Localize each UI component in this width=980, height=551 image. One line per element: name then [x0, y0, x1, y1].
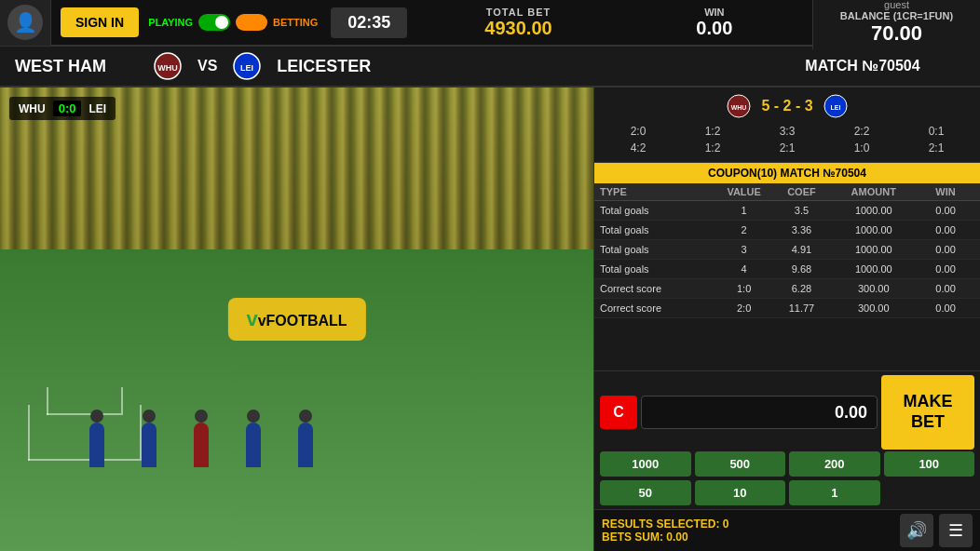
menu-button[interactable]: ☰: [939, 514, 973, 547]
balance-value: 70.00: [828, 21, 965, 46]
table-row: Total goals 3 4.91 1000.00 0.00: [594, 240, 980, 260]
video-feed: WHU 0:0 LEI vvFOOTBALL: [0, 87, 593, 551]
bet-controls: C MAKEBET 1000 500 200 100 50 10 1 RESUL…: [594, 370, 980, 551]
footer-icons: 🔊 ☰: [900, 514, 973, 547]
col-type: TYPE: [600, 186, 715, 197]
win-label: WIN: [617, 7, 812, 18]
col-amount: AMOUNT: [830, 186, 917, 197]
coupon-table-header: TYPE VALUE COEF AMOUNT WIN: [594, 183, 980, 201]
home-team-badge: WHU: [153, 51, 183, 81]
score-cell-0-0: 2:0: [602, 123, 674, 140]
avatar-button[interactable]: 👤: [0, 0, 51, 46]
results-row: RESULTS SELECTED: 0 BETS SUM: 0.00 🔊 ☰: [594, 509, 980, 551]
match-timer: 02:35: [331, 7, 407, 38]
score-header-row: WHU 5 - 2 - 3 LEI: [602, 93, 973, 119]
quick-bets-row1: 1000 500 200 100: [594, 451, 980, 480]
table-row: Correct score 1:0 6.28 300.00 0.00: [594, 279, 980, 299]
coupon-header: COUPON(10) MATCH №70504: [594, 163, 980, 183]
quick-bet-10[interactable]: 10: [695, 480, 786, 505]
make-bet-button[interactable]: MAKEBET: [881, 375, 974, 450]
score-cell-1-0: 4:2: [602, 140, 674, 156]
vfootball-logo: vvFOOTBALL: [227, 298, 365, 341]
col-win: WIN: [917, 186, 974, 197]
bets-sum: BETS SUM: 0.00: [602, 531, 728, 544]
quick-bet-1000[interactable]: 1000: [600, 451, 691, 477]
score-cell-1-2: 2:1: [751, 140, 823, 156]
away-team-badge: LEI: [232, 51, 262, 81]
quick-bet-200[interactable]: 200: [789, 451, 880, 477]
score-cell-0-1: 1:2: [676, 123, 749, 140]
playing-toggle[interactable]: [198, 14, 230, 31]
table-row: Correct score 2:0 11.77 300.00 0.00: [594, 299, 980, 318]
svg-text:WHU: WHU: [731, 104, 747, 111]
score-grid-row2: 4:2 1:2 2:1 1:0 2:1: [602, 140, 973, 156]
volume-button[interactable]: 🔊: [900, 514, 933, 547]
score-cell-0-4: 0:1: [900, 123, 973, 140]
win-value: 0.00: [617, 18, 812, 39]
volume-icon: 🔊: [906, 520, 927, 541]
avatar-icon: 👤: [7, 5, 43, 40]
score-cell-0-3: 2:2: [825, 123, 898, 140]
score-cell-1-4: 2:1: [900, 140, 973, 156]
svg-text:LEI: LEI: [240, 63, 253, 73]
quick-bet-100[interactable]: 100: [884, 451, 975, 477]
total-bet-value: 4930.00: [420, 18, 616, 39]
balance-box: guest BALANCE (1CR=1FUN) 70.00: [812, 0, 980, 49]
clear-bet-button[interactable]: C: [600, 396, 637, 429]
win-box: WIN 0.00: [617, 7, 812, 39]
score-cell-1-3: 1:0: [825, 140, 898, 156]
home-team-name: WEST HAM: [15, 57, 145, 76]
video-area: WHU 0:0 LEI vvFOOTBALL: [0, 87, 593, 551]
quick-bet-1[interactable]: 1: [789, 480, 880, 505]
balance-guest: guest: [828, 0, 965, 10]
match-bar: WEST HAM WHU VS LEI LEICESTER MATCH №705…: [0, 47, 980, 87]
col-value: VALUE: [715, 186, 773, 197]
total-bet-label: TOTAL BET: [420, 7, 616, 18]
score-grid-row1: 2:0 1:2 3:3 2:2 0:1: [602, 123, 973, 140]
score-cell-0-2: 3:3: [751, 123, 823, 140]
menu-icon: ☰: [948, 520, 963, 541]
table-row: Total goals 2 3.36 1000.00 0.00: [594, 221, 980, 240]
score-cell-1-1: 1:2: [676, 140, 749, 156]
svg-text:LEI: LEI: [830, 104, 840, 111]
betting-toggle[interactable]: [236, 14, 267, 31]
balance-label: BALANCE (1CR=1FUN): [828, 10, 965, 21]
table-row: Total goals 4 9.68 1000.00 0.00: [594, 260, 980, 279]
coupon-rows: Total goals 1 3.5 1000.00 0.00 Total goa…: [594, 201, 980, 370]
main-content: WHU 0:0 LEI vvFOOTBALL WHU 5 - 2 - 3 L: [0, 87, 980, 551]
col-coef: COEF: [773, 186, 831, 197]
vs-separator: VS: [197, 58, 217, 74]
betting-label: BETTING: [273, 17, 318, 28]
results-text: RESULTS SELECTED: 0 BETS SUM: 0.00: [602, 517, 728, 544]
score-header: WHU 5 - 2 - 3 LEI 2:0 1:2 3:3 2:2 0:1 4:…: [594, 87, 980, 163]
match-number: MATCH №70504: [760, 58, 965, 74]
vfootball-v: v: [246, 307, 257, 330]
quick-bet-50[interactable]: 50: [600, 480, 691, 505]
quick-bet-500[interactable]: 500: [695, 451, 786, 477]
overlay-home-team: WHU: [19, 102, 46, 115]
right-panel: WHU 5 - 2 - 3 LEI 2:0 1:2 3:3 2:2 0:1 4:…: [593, 87, 980, 551]
bet-amount-input[interactable]: [641, 396, 878, 429]
quick-bets-row2: 50 10 1: [594, 480, 980, 509]
table-row: Total goals 1 3.5 1000.00 0.00: [594, 201, 980, 221]
overlay-away-team: LEI: [88, 102, 106, 115]
overlay-score: 0:0: [53, 101, 82, 116]
pitch: [0, 249, 593, 551]
playing-label: PLAYING: [148, 17, 193, 28]
svg-text:WHU: WHU: [157, 63, 178, 73]
quick-bet-empty: [884, 480, 975, 505]
score-overlay: WHU 0:0 LEI: [9, 97, 116, 120]
main-score: 5 - 2 - 3: [761, 98, 812, 114]
header: 👤 SIGN IN PLAYING BETTING 02:35 TOTAL BE…: [0, 0, 980, 47]
playing-betting-status: PLAYING BETTING: [148, 14, 318, 31]
away-team-name: LEICESTER: [277, 57, 407, 76]
total-bet-box: TOTAL BET 4930.00: [420, 7, 616, 39]
results-selected: RESULTS SELECTED: 0: [602, 517, 728, 531]
sign-in-button[interactable]: SIGN IN: [61, 7, 139, 37]
